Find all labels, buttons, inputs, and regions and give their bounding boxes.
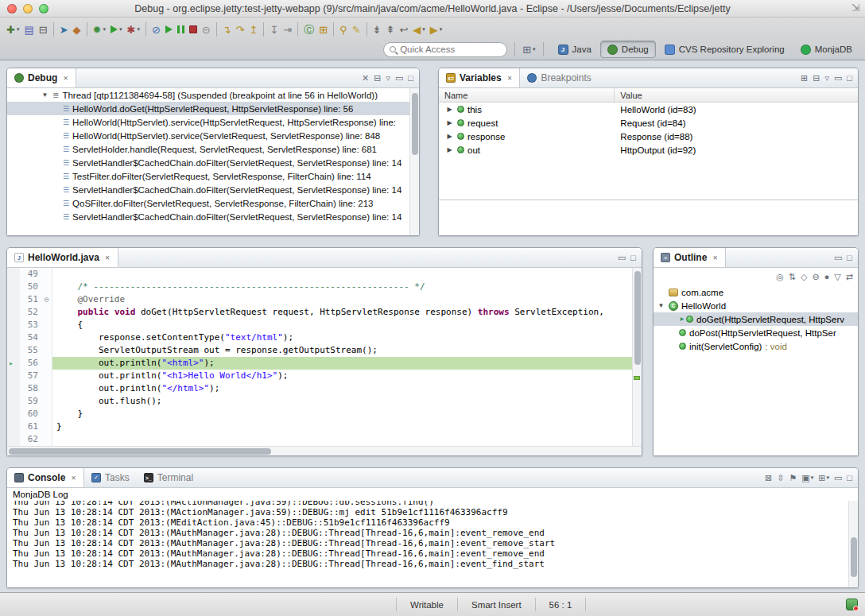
fullscreen-icon[interactable]: ⇲: [851, 2, 860, 14]
code-line[interactable]: 62: [7, 433, 642, 446]
run-button[interactable]: ▾: [108, 21, 125, 38]
close-icon[interactable]: ✕: [507, 75, 513, 82]
scrollbar-thumb[interactable]: [412, 93, 418, 155]
scrollbar-thumb[interactable]: [851, 537, 857, 577]
debug-scrollbar[interactable]: [409, 88, 419, 235]
editor-body[interactable]: 4950 /* --------------------------------…: [7, 268, 642, 455]
close-icon[interactable]: ✕: [63, 75, 68, 82]
code-area[interactable]: 4950 /* --------------------------------…: [7, 268, 642, 446]
step-into-button[interactable]: ↴: [220, 21, 234, 38]
perspective-cvs-repository-exploring-button[interactable]: CVS Repository Exploring: [657, 41, 792, 58]
maximize-button[interactable]: □: [844, 68, 855, 87]
tab-tasks[interactable]: ✓Tasks: [84, 468, 137, 487]
stack-frame[interactable]: ☰HelloWorld(HttpServlet).service(Servlet…: [7, 129, 419, 142]
expander-icon[interactable]: ▶: [445, 146, 454, 153]
overview-ruler-mark[interactable]: [634, 376, 640, 380]
step-return-button[interactable]: ↥: [247, 21, 261, 38]
save-button[interactable]: ▤: [21, 21, 36, 38]
close-icon[interactable]: ✕: [71, 475, 76, 482]
stack-frame[interactable]: ☰ServletHandler$CachedChain.doFilter(Ser…: [7, 156, 419, 169]
outline-item[interactable]: doPost(HttpServletRequest, HttpSer: [654, 326, 858, 339]
perspective-debug-button[interactable]: Debug: [600, 41, 656, 58]
collapse-all-button[interactable]: ⊟: [371, 68, 383, 87]
editor-horizontal-scrollbar[interactable]: [7, 446, 642, 455]
last-edit-location-button[interactable]: ↩: [397, 21, 410, 38]
tab-console[interactable]: Console✕: [7, 468, 84, 487]
show-logical-structure-button[interactable]: ⊞: [798, 68, 810, 87]
column-header-name[interactable]: Name: [439, 88, 615, 102]
step-over-button[interactable]: ↷: [234, 21, 247, 38]
toggle-mark-occurrences-button[interactable]: ✎: [350, 21, 363, 38]
hide-local-types-button[interactable]: ▽: [832, 268, 843, 286]
new-button[interactable]: ✚▾: [4, 21, 21, 38]
close-icon[interactable]: ✕: [712, 254, 718, 262]
console-output[interactable]: Thu Jun 13 10:28:14 CDT 2013:(MActionMan…: [7, 501, 858, 587]
external-tools-button[interactable]: ✱▾: [124, 21, 142, 38]
fold-marker-icon[interactable]: ⊖: [41, 293, 52, 306]
clear-console-button[interactable]: ⊠: [762, 468, 774, 487]
outline-item[interactable]: init(ServletConfig) : void: [654, 339, 858, 353]
stack-frame[interactable]: ☰ServletHandler$CachedChain.doFilter(Ser…: [7, 210, 419, 223]
variables-panel-body[interactable]: Name Value ▶thisHelloWorld (id=83)▶reque…: [439, 88, 858, 235]
code-line[interactable]: 51⊖ @Override: [7, 293, 642, 306]
outline-item[interactable]: ➤doGet(HttpServletRequest, HttpServ: [654, 312, 858, 326]
maximize-button[interactable]: □: [405, 68, 416, 87]
zoom-window-button[interactable]: [39, 4, 48, 14]
expander-icon[interactable]: ▶: [445, 119, 454, 126]
stack-frame[interactable]: ☰ServletHandler$CachedChain.doFilter(Ser…: [7, 183, 419, 196]
console-panel-body[interactable]: MonjaDB Log Thu Jun 13 10:28:14 CDT 2013…: [7, 488, 858, 587]
maximize-button[interactable]: □: [844, 248, 855, 267]
remove-all-terminated-button[interactable]: ✕: [359, 68, 371, 87]
skip-all-breakpoints-button[interactable]: ⊘: [149, 21, 163, 38]
column-header-value[interactable]: Value: [615, 88, 858, 102]
drop-to-frame-button[interactable]: ↧: [267, 21, 281, 38]
scrollbar-thumb[interactable]: [634, 271, 641, 365]
title-bar[interactable]: Debug - org.eclipse.jetty:test-jetty-web…: [0, 0, 865, 17]
outline-item[interactable]: ▼CHelloWorld: [654, 299, 858, 312]
maximize-button[interactable]: □: [844, 468, 855, 487]
console-scrollbar[interactable]: [848, 488, 858, 587]
stack-frame[interactable]: ☰HelloWorld.doGet(HttpServletRequest, Ht…: [7, 102, 419, 115]
quick-access-input[interactable]: [400, 45, 501, 54]
outline-item[interactable]: com.acme: [654, 285, 858, 299]
maven-build-button[interactable]: ◆: [71, 21, 83, 38]
code-line[interactable]: 53 {: [7, 319, 642, 331]
collapse-all-button[interactable]: ⊟: [810, 68, 822, 87]
code-line[interactable]: 61}: [7, 420, 642, 433]
perspective-monjadb-button[interactable]: MonjaDB: [793, 41, 859, 58]
resume-button[interactable]: [163, 21, 175, 38]
variable-row[interactable]: ▶requestRequest (id=84): [439, 116, 858, 130]
maximize-button[interactable]: □: [628, 248, 638, 267]
sort-button[interactable]: ⇅: [786, 268, 798, 286]
quick-access[interactable]: [383, 42, 507, 57]
disconnect-button[interactable]: ⊝: [200, 21, 213, 38]
focus-button[interactable]: ◎: [774, 268, 786, 286]
close-icon[interactable]: ✕: [105, 254, 111, 262]
code-line[interactable]: 57 out.println("<h1>Hello World</h1>");: [7, 370, 642, 382]
variable-detail-pane[interactable]: [439, 200, 858, 235]
jetty-run-button[interactable]: ➤: [57, 21, 71, 38]
pin-console-button[interactable]: ⚑: [786, 468, 799, 487]
monjadb-status-icon[interactable]: [846, 599, 858, 610]
code-line[interactable]: 55 ServletOutputStream out = response.ge…: [7, 344, 642, 357]
outline-panel-body[interactable]: ◎⇅◇⊖●▽⇄ com.acme▼CHelloWorld➤doGet(HttpS…: [654, 268, 858, 455]
minimize-button[interactable]: ▭: [615, 248, 628, 267]
variable-row[interactable]: ▶responseResponse (id=88): [439, 130, 858, 143]
new-java-class-button[interactable]: Ⓒ: [301, 21, 316, 38]
tab-breakpoints[interactable]: Breakpoints: [520, 68, 598, 87]
open-console-button[interactable]: ⊞▾: [816, 468, 832, 487]
scroll-lock-button[interactable]: ⇳: [774, 468, 786, 487]
code-line[interactable]: 54 response.setContentType("text/html");: [7, 331, 642, 344]
hide-non-public-members-button[interactable]: ●: [822, 268, 832, 286]
variable-row[interactable]: ▶thisHelloWorld (id=83): [439, 103, 858, 116]
code-line[interactable]: 58 out.println("</html>");: [7, 382, 642, 395]
debug-view-menu-button[interactable]: ▿: [383, 68, 393, 87]
hide-static-members-button[interactable]: ⊖: [809, 268, 821, 286]
tab-terminal[interactable]: >_Terminal: [137, 468, 200, 487]
expander-icon[interactable]: ▼: [657, 302, 665, 309]
code-line[interactable]: ➤56 out.println("<html>");: [7, 357, 642, 370]
stack-frame[interactable]: ☰ServletHolder.handle(Request, ServletRe…: [7, 142, 419, 156]
print-button[interactable]: ⊟: [37, 21, 50, 38]
tab-helloworld-java[interactable]: JHelloWorld.java✕: [7, 248, 118, 267]
perspective-java-button[interactable]: JJava: [551, 41, 599, 58]
